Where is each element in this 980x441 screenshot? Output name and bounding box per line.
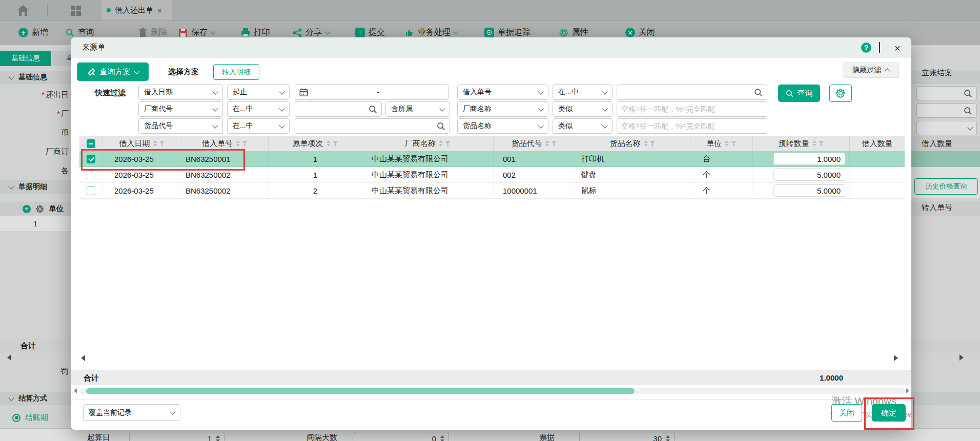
pre-transfer-qty-input[interactable]: 5.0000 xyxy=(773,184,845,197)
total-label: 合计 xyxy=(84,373,99,383)
chevron-down-icon xyxy=(439,106,445,111)
filter-op-select-like-2[interactable]: 类似 xyxy=(553,118,612,134)
date-range-input[interactable]: - xyxy=(295,85,449,100)
h-scrollbar-left-arrow[interactable] xyxy=(74,388,77,393)
h-scrollbar-right-arrow[interactable] xyxy=(906,388,909,393)
filter-op-select-in-3[interactable]: 在...中 xyxy=(227,118,290,134)
cell-unit: 个 xyxy=(690,183,753,198)
header-pre-transfer-qty[interactable]: 预转数量 xyxy=(753,136,850,151)
filter-field-select-borrow-no[interactable]: 借入单号 xyxy=(457,85,548,100)
query-plan-button[interactable]: 查询方案 xyxy=(77,62,149,81)
chevron-down-icon xyxy=(602,122,607,128)
h-scrollbar-thumb[interactable] xyxy=(86,388,635,394)
gear-icon xyxy=(835,88,846,98)
annotation-box-selected-row xyxy=(81,149,245,171)
apply-mode-dropdown[interactable]: 覆盖当前记录 xyxy=(83,404,180,421)
filter-field-select-vendor-code[interactable]: 厂商代号 xyxy=(138,101,223,117)
quick-filter-label: 快速过滤 xyxy=(95,88,126,98)
calendar-icon xyxy=(299,88,308,97)
pre-transfer-qty-input[interactable]: 1.0000 xyxy=(773,153,845,165)
sort-icon[interactable] xyxy=(725,140,729,146)
borrow-no-filter-text[interactable] xyxy=(621,88,754,96)
filter-field-select-product-code[interactable]: 货品代号 xyxy=(138,118,223,134)
sort-icon[interactable] xyxy=(326,140,331,146)
filter-op-select-in-1[interactable]: 在...中 xyxy=(553,85,612,100)
cell-product-code: 002 xyxy=(494,167,575,182)
search-icon xyxy=(437,122,445,131)
cell-unit: 个 xyxy=(690,167,753,182)
to-detail-button[interactable]: 转入明细 xyxy=(213,64,259,80)
cell-borrow-qty xyxy=(850,167,905,182)
header-product-name[interactable]: 货品名称 xyxy=(575,136,690,151)
sort-icon[interactable] xyxy=(236,140,240,146)
select-all-checkbox[interactable] xyxy=(87,139,95,148)
chevron-down-icon xyxy=(279,122,284,128)
filter-funnel-icon[interactable] xyxy=(731,141,737,146)
cell-vendor-name: 中山某某贸易有限公司 xyxy=(362,151,494,166)
chevron-down-icon xyxy=(170,409,175,414)
cell-borrow-qty xyxy=(850,151,905,166)
vendor-code-filter-input[interactable] xyxy=(295,101,382,117)
sort-icon[interactable] xyxy=(153,140,157,146)
filter-funnel-icon[interactable] xyxy=(445,141,451,146)
modal-title: 来源单 xyxy=(82,43,105,52)
filter-funnel-icon[interactable] xyxy=(650,141,656,146)
chevron-down-icon xyxy=(602,89,607,94)
filter-funnel-icon[interactable] xyxy=(242,141,248,146)
filter-op-select-range[interactable]: 起止 xyxy=(227,85,290,100)
sort-icon[interactable] xyxy=(644,140,648,146)
search-button[interactable]: 查询 xyxy=(778,85,820,102)
filter-funnel-icon[interactable] xyxy=(552,141,557,146)
vendor-name-filter-text[interactable] xyxy=(621,105,763,113)
filter-funnel-icon[interactable] xyxy=(159,141,165,146)
hide-filter-button[interactable]: 隐藏过滤 xyxy=(843,62,899,78)
cell-vendor-name: 中山某某贸易有限公司 xyxy=(362,167,494,182)
chevron-down-icon xyxy=(279,106,284,111)
header-vendor-name[interactable]: 厂商名称 xyxy=(362,136,494,151)
select-plan-label[interactable]: 选择方案 xyxy=(168,67,199,77)
modal-total-row: 合计 1.0000 xyxy=(71,370,911,385)
filter-settings-button[interactable] xyxy=(829,85,852,102)
header-source-item[interactable]: 原单项次 xyxy=(269,136,362,151)
row-checkbox[interactable] xyxy=(87,186,95,195)
vendor-code-filter-text[interactable] xyxy=(299,105,369,113)
pre-transfer-qty-input[interactable]: 5.0000 xyxy=(773,169,845,181)
sort-icon[interactable] xyxy=(545,140,549,146)
filter-include-sub-select[interactable]: 含所属 xyxy=(385,101,450,117)
product-code-filter-text[interactable] xyxy=(299,122,437,130)
chevron-down-icon xyxy=(538,89,543,94)
table-row[interactable]: 2026-03-25 BN63250002 2 中山某某贸易有限公司 10000… xyxy=(79,183,905,199)
filter-op-select-like-1[interactable]: 类似 xyxy=(553,101,612,117)
sort-icon[interactable] xyxy=(812,140,816,146)
product-code-filter-input[interactable] xyxy=(295,118,450,134)
sort-icon[interactable] xyxy=(439,140,443,146)
help-icon[interactable]: ? xyxy=(861,43,871,53)
total-value: 1.0000 xyxy=(753,373,843,382)
filter-funnel-icon[interactable] xyxy=(819,141,824,146)
modal-scroll-left-icon[interactable] xyxy=(81,355,85,361)
product-name-filter-text[interactable] xyxy=(621,122,763,130)
cell-source-item: 1 xyxy=(269,151,362,166)
filter-field-select-vendor-name[interactable]: 厂商名称 xyxy=(457,101,548,117)
filter-field-select-borrow-date[interactable]: 借入日期 xyxy=(138,85,223,100)
maximize-icon[interactable] xyxy=(879,43,880,53)
header-borrow-qty[interactable]: 借入数量 xyxy=(850,136,905,151)
vendor-name-filter-input[interactable] xyxy=(617,101,767,117)
header-product-code[interactable]: 货品代号 xyxy=(494,136,575,151)
product-name-filter-input[interactable] xyxy=(617,118,767,134)
modal-scroll-right-icon[interactable] xyxy=(894,355,898,361)
modal-close-button[interactable]: 关闭 xyxy=(831,404,862,422)
row-checkbox[interactable] xyxy=(87,171,95,179)
borrow-no-filter-input[interactable] xyxy=(617,85,767,100)
filter-op-select-in-2[interactable]: 在...中 xyxy=(227,101,290,117)
filter-field-select-product-name[interactable]: 货品名称 xyxy=(457,118,548,134)
cell-borrow-date: 2026-03-25 xyxy=(103,183,181,198)
chevron-up-icon xyxy=(884,68,890,74)
modal-close-icon[interactable]: × xyxy=(894,43,901,54)
date-range-separator: - xyxy=(312,88,444,97)
header-unit[interactable]: 单位 xyxy=(690,136,753,151)
chevron-down-icon xyxy=(602,106,607,111)
filter-funnel-icon[interactable] xyxy=(333,141,338,146)
plan-icon xyxy=(87,68,96,76)
source-order-modal: 来源单 ? × 查询方案 选择方案 转入明细 隐藏过滤 快速过滤 借入日期 起止… xyxy=(71,37,911,430)
